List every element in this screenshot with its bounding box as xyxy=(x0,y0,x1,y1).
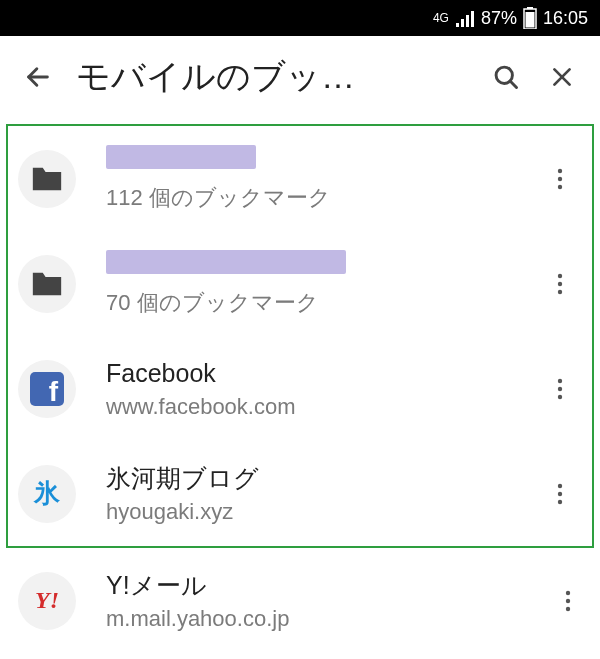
svg-point-13 xyxy=(558,176,562,180)
bookmark-url: hyougaki.xyz xyxy=(106,499,536,525)
svg-rect-6 xyxy=(525,12,534,28)
bookmark-item[interactable]: Facebook www.facebook.com xyxy=(8,336,592,441)
close-button[interactable] xyxy=(534,49,590,105)
app-header: モバイルのブッ… xyxy=(0,36,600,118)
highlight-box: 112 個のブックマーク 70 個のブックマーク xyxy=(6,124,594,548)
bookmark-folder[interactable]: 112 個のブックマーク xyxy=(8,126,592,231)
battery-percent: 87% xyxy=(481,8,517,29)
network-type: 4G xyxy=(433,12,449,24)
svg-point-18 xyxy=(558,378,562,382)
svg-point-15 xyxy=(558,273,562,277)
bookmark-title: Y!メール xyxy=(106,569,544,602)
svg-point-26 xyxy=(566,606,570,610)
more-button[interactable] xyxy=(536,272,584,296)
folder-count: 70 個のブックマーク xyxy=(106,288,536,318)
signal-icon xyxy=(455,8,475,29)
redacted-title xyxy=(106,250,346,274)
bookmark-item[interactable]: Y! Y!メール m.mail.yahoo.co.jp xyxy=(0,548,600,653)
svg-point-20 xyxy=(558,394,562,398)
clock: 16:05 xyxy=(543,8,588,29)
svg-point-19 xyxy=(558,386,562,390)
svg-point-24 xyxy=(566,590,570,594)
svg-point-25 xyxy=(566,598,570,602)
bookmark-folder[interactable]: 70 個のブックマーク xyxy=(8,231,592,336)
svg-rect-0 xyxy=(456,23,459,27)
svg-point-16 xyxy=(558,281,562,285)
redacted-title xyxy=(106,145,256,169)
more-button[interactable] xyxy=(536,167,584,191)
more-button[interactable] xyxy=(536,377,584,401)
favicon-yahoo: Y! xyxy=(18,572,76,630)
svg-point-22 xyxy=(558,491,562,495)
bookmark-url: m.mail.yahoo.co.jp xyxy=(106,606,544,632)
folder-icon xyxy=(18,150,76,208)
bookmark-title: 氷河期ブログ xyxy=(106,462,536,495)
svg-point-14 xyxy=(558,184,562,188)
svg-rect-3 xyxy=(471,11,474,27)
favicon-facebook xyxy=(18,360,76,418)
page-title: モバイルのブッ… xyxy=(66,54,478,100)
status-bar: 4G 87% 16:05 xyxy=(0,0,600,36)
search-button[interactable] xyxy=(478,49,534,105)
svg-point-21 xyxy=(558,483,562,487)
bookmark-title: Facebook xyxy=(106,357,536,390)
svg-point-23 xyxy=(558,499,562,503)
svg-rect-2 xyxy=(466,15,469,27)
battery-icon xyxy=(523,7,537,29)
folder-icon xyxy=(18,255,76,313)
more-button[interactable] xyxy=(536,482,584,506)
bookmark-url: www.facebook.com xyxy=(106,394,536,420)
svg-point-17 xyxy=(558,289,562,293)
more-button[interactable] xyxy=(544,589,592,613)
favicon-hyougaki: 氷 xyxy=(18,465,76,523)
svg-line-9 xyxy=(510,81,516,87)
folder-count: 112 個のブックマーク xyxy=(106,183,536,213)
svg-point-12 xyxy=(558,168,562,172)
back-button[interactable] xyxy=(10,49,66,105)
svg-rect-1 xyxy=(461,19,464,27)
bookmark-item[interactable]: 氷 氷河期ブログ hyougaki.xyz xyxy=(8,441,592,546)
